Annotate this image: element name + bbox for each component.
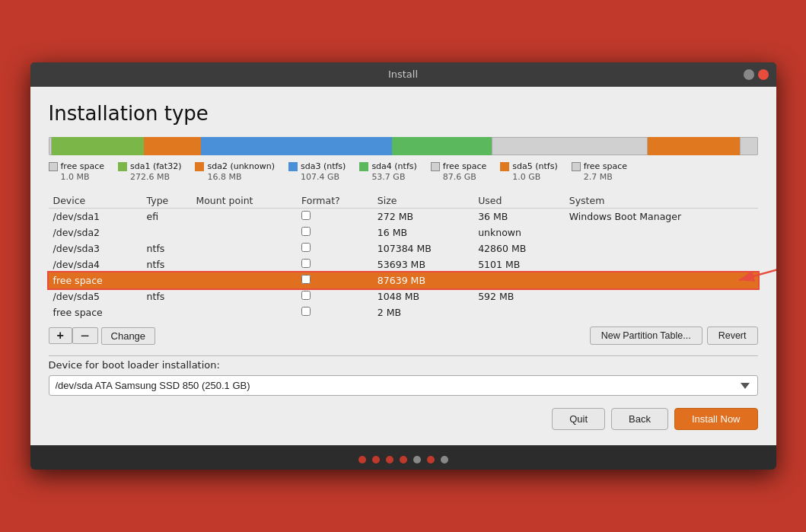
table-row[interactable]: /dev/sda1 efi 272 MB 36 MB Windows Boot … (49, 209, 758, 225)
new-partition-table-button[interactable]: New Partition Table... (590, 327, 702, 345)
add-partition-button[interactable]: + (49, 327, 72, 344)
bottom-buttons: Quit Back Install Now (49, 408, 758, 430)
cell-device: /dev/sda5 (49, 288, 142, 304)
col-size: Size (373, 193, 473, 209)
progress-dots (30, 445, 776, 470)
legend-label-4: sda4 (ntfs) (371, 161, 416, 172)
legend-size-2: 16.8 MB (207, 172, 275, 183)
bar-seg-6 (648, 137, 740, 155)
legend-size-5: 87.6 GB (443, 172, 486, 183)
legend-item-2: sda2 (unknown) 16.8 MB (195, 161, 275, 183)
cell-used: 36 MB (473, 209, 565, 225)
bar-seg-7 (740, 137, 757, 155)
window-title: Install (388, 68, 418, 80)
minimize-button[interactable] (744, 69, 754, 80)
cell-format[interactable] (297, 304, 373, 320)
legend-item-3: sda3 (ntfs) 107.4 GB (288, 161, 346, 183)
boot-loader-label: Device for boot loader installation: (49, 359, 758, 371)
cell-size: 272 MB (373, 209, 473, 225)
table-row[interactable]: free space 2 MB (49, 304, 758, 320)
cell-format-selected[interactable] (297, 272, 373, 288)
cell-type-selected (142, 272, 192, 288)
legend-item-7: free space 2.7 MB (572, 161, 627, 183)
cell-format[interactable] (297, 288, 373, 304)
cell-size: 1048 MB (373, 288, 473, 304)
cell-device: free space (49, 304, 142, 320)
cell-mount (191, 225, 297, 241)
cell-mount (191, 288, 297, 304)
col-device: Device (49, 193, 142, 209)
boot-loader-select[interactable]: /dev/sda ATA Samsung SSD 850 (250.1 GB) (49, 375, 758, 396)
legend-item-0: free space 1.0 MB (49, 161, 104, 183)
legend-color-1 (118, 162, 127, 171)
table-header-row: Device Type Mount point Format? Size Use… (49, 193, 758, 209)
table-row[interactable]: /dev/sda3 ntfs 107384 MB 42860 MB (49, 241, 758, 256)
legend-label-6: sda5 (ntfs) (512, 161, 557, 172)
cell-device-selected: free space (49, 272, 142, 288)
cell-system (565, 288, 758, 304)
separator (49, 355, 758, 356)
content-area: Installation type free space 1.0 MB (30, 87, 776, 446)
actions-row: + − Change New Partition Table... Revert (49, 327, 758, 345)
cell-format[interactable] (297, 241, 373, 256)
cell-used (473, 304, 565, 320)
cell-type: ntfs (142, 241, 192, 256)
back-button[interactable]: Back (611, 408, 668, 430)
partition-bar (49, 137, 758, 155)
cell-used-selected (473, 272, 565, 288)
svg-line-1 (739, 269, 776, 280)
red-arrow-icon (728, 265, 776, 288)
col-system: System (565, 193, 758, 209)
bar-seg-1 (52, 137, 144, 155)
change-partition-button[interactable]: Change (101, 327, 156, 345)
cell-format[interactable] (297, 209, 373, 225)
revert-button[interactable]: Revert (707, 327, 758, 345)
cell-system: Windows Boot Manager (565, 209, 758, 225)
cell-used: 42860 MB (473, 241, 565, 256)
table-row[interactable]: /dev/sda2 16 MB unknown (49, 225, 758, 241)
legend-item-1: sda1 (fat32) 272.6 MB (118, 161, 181, 183)
legend-color-6 (500, 162, 509, 171)
cell-format[interactable] (297, 256, 373, 272)
legend-item-4: sda4 (ntfs) 53.7 GB (359, 161, 416, 183)
cell-type: ntfs (142, 256, 192, 272)
dot-3 (386, 456, 393, 464)
bar-seg-3 (201, 137, 393, 155)
legend-size-0: 1.0 MB (61, 172, 104, 183)
col-mount: Mount point (191, 193, 297, 209)
legend-label-0: free space (61, 161, 104, 172)
quit-button[interactable]: Quit (552, 408, 605, 430)
page-title: Installation type (49, 102, 758, 125)
cell-size: 16 MB (373, 225, 473, 241)
cell-system (565, 304, 758, 320)
legend-size-1: 272.6 MB (130, 172, 181, 183)
cell-format[interactable] (297, 225, 373, 241)
legend-color-7 (572, 162, 581, 171)
table-row[interactable]: /dev/sda5 ntfs 1048 MB 592 MB (49, 288, 758, 304)
legend-label-3: sda3 (ntfs) (301, 161, 346, 172)
legend-label-7: free space (584, 161, 627, 172)
legend-item-5: free space 87.6 GB (431, 161, 486, 183)
legend-size-7: 2.7 MB (584, 172, 627, 183)
cell-system-selected (565, 272, 758, 288)
close-button[interactable] (758, 69, 769, 80)
remove-partition-button[interactable]: − (72, 327, 98, 344)
cell-mount (191, 256, 297, 272)
cell-size: 53693 MB (373, 256, 473, 272)
partition-table: Device Type Mount point Format? Size Use… (49, 193, 758, 320)
dot-6 (427, 456, 435, 464)
legend-size-3: 107.4 GB (301, 172, 346, 183)
legend-label-2: sda2 (unknown) (207, 161, 275, 172)
bar-seg-2 (144, 137, 201, 155)
legend-size-4: 53.7 GB (371, 172, 416, 183)
cell-system (565, 225, 758, 241)
legend-label-5: free space (443, 161, 486, 172)
table-wrapper: Device Type Mount point Format? Size Use… (49, 193, 758, 320)
table-row-selected[interactable]: free space 87639 MB (49, 272, 758, 288)
main-window: Install Installation type free space (30, 62, 776, 470)
install-now-button[interactable]: Install Now (674, 408, 758, 430)
table-row[interactable]: /dev/sda4 ntfs 53693 MB 5101 MB (49, 256, 758, 272)
cell-size: 2 MB (373, 304, 473, 320)
legend-color-2 (195, 162, 204, 171)
cell-device: /dev/sda2 (49, 225, 142, 241)
